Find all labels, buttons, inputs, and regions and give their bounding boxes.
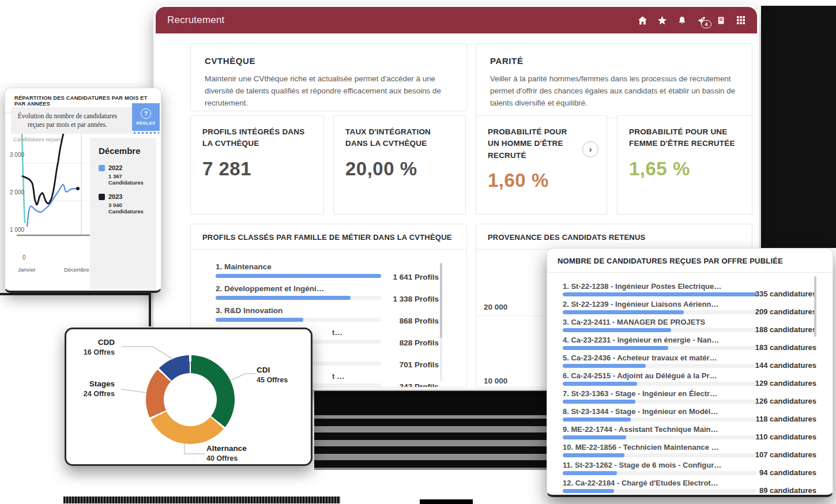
offer-bar-fill xyxy=(563,364,646,368)
cvtheque-intro-card: CVTHÈQUE Maintenir une CVthèque riche et… xyxy=(190,43,467,111)
legend-swatch-2022 xyxy=(99,165,105,171)
notification-badge: 4 xyxy=(701,20,711,28)
offer-bar-fill xyxy=(563,310,684,314)
profils-bar-track xyxy=(216,318,381,322)
bell-icon[interactable] xyxy=(677,16,687,25)
kpi-title: PROBABILITÉ POUR UNE FEMME D'ÊTRE RECRUT… xyxy=(629,126,740,150)
profils-row-label: 1. Maintenance xyxy=(216,262,439,271)
tooltip-month: Décembre xyxy=(99,146,156,156)
offer-bar-track xyxy=(563,418,756,422)
series-2022-point xyxy=(76,187,80,190)
chart-tooltip-panel: Décembre 2022 1 367 Candidatures 2023 3 … xyxy=(90,138,156,289)
offer-bar-track xyxy=(563,435,756,439)
window-header: Recrutement 4 xyxy=(156,7,757,33)
legend-year: 2022 xyxy=(108,164,122,171)
offer-count: 118 candidatures xyxy=(756,415,817,423)
profils-bar-fill xyxy=(216,274,381,278)
offer-row[interactable]: 2. St-22-1239 - Ingénieur Liaisons Aérie… xyxy=(563,300,816,318)
offer-row[interactable]: 12. Ca-22-2184 - Chargé d'Etudes Electro… xyxy=(563,479,816,497)
offer-bar-fill xyxy=(563,418,631,422)
legend-year: 2023 xyxy=(108,193,122,200)
donut-label-cdi: CDI 45 Offres xyxy=(257,365,288,385)
offer-bar-fill xyxy=(563,435,626,439)
profils-row[interactable]: 2. Développement et Ingéni… 1 338 Profil… xyxy=(216,284,439,306)
offer-row[interactable]: 10. ME-22-1856 - Technicien Maintenance … xyxy=(563,443,816,461)
yaxis-label: Candidatures reçues xyxy=(13,137,61,142)
offer-bar-track xyxy=(563,310,756,314)
kpi-profils-integres: PROFILS INTÉGRÉS DANS LA CVTHÈQUE 7 281 xyxy=(190,115,324,215)
offers-scrollbar-thumb[interactable] xyxy=(814,276,816,337)
profils-row[interactable]: 3. R&D Innovation 868 Profils xyxy=(216,306,439,328)
profils-row-value: 868 Profils xyxy=(400,317,439,325)
book-icon[interactable] xyxy=(716,16,726,25)
repartition-card: RÉPARTITION DES CANDIDATURES PAR MOIS ET… xyxy=(5,88,161,293)
donut-label-stages: Stages 24 Offres xyxy=(84,379,115,398)
kpi-value: 20,00 % xyxy=(345,158,454,180)
background-bottom-black-bar xyxy=(420,499,473,504)
header-icons: 4 xyxy=(638,16,745,25)
profils-row-value: 1 641 Profils xyxy=(393,273,439,281)
background-white-box xyxy=(0,293,151,326)
offer-count: 335 candidatures xyxy=(755,289,816,298)
parite-text: Veiller à la parité hommes/femmes dans l… xyxy=(490,73,738,109)
offer-count: 209 candidatures xyxy=(755,307,816,316)
profils-bar-track xyxy=(216,296,381,300)
kpi-title: PROFILS INTÉGRÉS DANS LA CVTHÈQUE xyxy=(202,126,312,150)
profils-scrollbar[interactable] xyxy=(440,263,442,381)
offer-bar-track xyxy=(563,471,756,475)
next-chevron-button[interactable]: › xyxy=(582,141,598,157)
profils-row-value: 1 338 Profils xyxy=(393,295,439,303)
kpi-value: 1,65 % xyxy=(629,158,740,180)
kpi-taux-integration: TAUX D'INTÉGRATION DANS LA CVTHÈQUE 20,0… xyxy=(333,115,466,215)
offers-card: NOMBRE DE CANDIDATURES REÇUES PAR OFFRE … xyxy=(547,248,833,497)
profils-row-value: 343 Profils xyxy=(400,382,439,388)
offer-row[interactable]: 8. St-23-1344 - Stage - Ingénieur en Mod… xyxy=(563,407,816,425)
offer-row[interactable]: 5. Ca-23-2436 - Acheteur travaux et maté… xyxy=(563,353,816,371)
offer-bar-fill xyxy=(563,346,668,350)
offer-row[interactable]: 11. St-23-1262 - Stage de 6 mois - Confi… xyxy=(563,461,816,479)
kpi-title: TAUX D'INTÉGRATION DANS LA CVTHÈQUE xyxy=(345,126,454,150)
legend-item-2023: 2023 3 040 Candidatures xyxy=(99,193,156,215)
offer-count: 107 candidatures xyxy=(755,450,816,459)
star-icon[interactable] xyxy=(657,16,667,25)
offer-bar-fill xyxy=(563,471,617,475)
apps-grid-icon[interactable] xyxy=(736,16,745,25)
offer-bar-fill xyxy=(563,382,637,386)
offer-count: 89 candidatures xyxy=(759,486,816,495)
home-icon[interactable] xyxy=(638,16,647,25)
rocket-icon[interactable]: 4 xyxy=(696,16,706,25)
offer-count: 183 candidatures xyxy=(755,343,816,352)
rules-badge[interactable]: ? RÈGLES xyxy=(132,103,160,131)
offer-bar-track xyxy=(563,364,756,368)
offer-bar-fill xyxy=(563,400,635,404)
window-title: Recrutement xyxy=(167,14,225,26)
offer-bar-fill xyxy=(563,328,671,332)
offer-count: 110 candidatures xyxy=(756,432,817,441)
legend-value: 3 040 Candidatures xyxy=(108,202,156,215)
offers-bar-list: 1. St-22-1238 - Ingénieur Postes Electri… xyxy=(563,282,816,497)
kpi-probabilite-homme: PROBABILITÉ POUR UN HOMME D'ÊTRE RECRUTÉ… xyxy=(476,115,607,215)
legend-item-2022: 2022 1 367 Candidatures xyxy=(99,164,156,186)
kpi-probabilite-femme: PROBABILITÉ POUR UNE FEMME D'ÊTRE RECRUT… xyxy=(617,115,752,215)
profils-scrollbar-thumb[interactable] xyxy=(440,263,442,338)
offer-row[interactable]: 7. St-23-1363 - Stage - Ingénieur en Éle… xyxy=(563,389,816,407)
ytick-3000: 3 000 xyxy=(10,152,24,158)
kpi-value: 1,60 % xyxy=(488,170,595,191)
profils-bar-track xyxy=(216,274,381,278)
profils-bar-fill xyxy=(216,296,351,300)
background-stripes-band xyxy=(314,391,547,470)
background-bottom-stripes xyxy=(63,497,340,503)
offer-row[interactable]: 6. Ca-24-2515 - Adjoint au Délégué à la … xyxy=(563,371,816,389)
xtick-janvier: Janvier xyxy=(18,266,36,273)
offer-row[interactable]: 4. Ca-23-2231 - Ingénieur en énergie - N… xyxy=(563,336,816,353)
offer-row[interactable]: 1. St-22-1238 - Ingénieur Postes Electri… xyxy=(563,282,816,300)
offer-row[interactable]: 9. ME-22-1744 - Assistant Technique Main… xyxy=(563,425,816,443)
cvtheque-title: CVTHÈQUE xyxy=(205,56,453,66)
offer-row[interactable]: 3. Ca-23-2411 - MANAGER DE PROJETS 188 c… xyxy=(563,318,816,336)
offer-bar-track xyxy=(563,328,756,332)
ytick-1000: 1 000 xyxy=(10,227,24,233)
profils-chart-title: PROFILS CLASSÉS PAR FAMILLE DE MÉTIER DA… xyxy=(191,224,466,250)
offer-bar-fill xyxy=(563,453,624,457)
donut-label-alternance: Alternance 40 Offres xyxy=(206,443,247,463)
profils-row[interactable]: 1. Maintenance 1 641 Profils xyxy=(216,262,439,284)
